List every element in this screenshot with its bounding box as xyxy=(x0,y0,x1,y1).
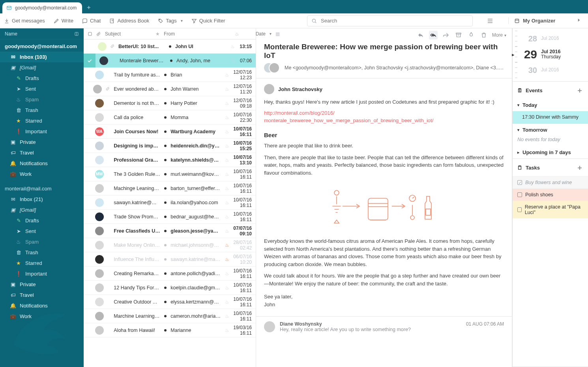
heat-icon: ♨ xyxy=(231,58,236,63)
quick-filter-button[interactable]: Quick Filter xyxy=(191,18,225,24)
write-button[interactable]: Write xyxy=(54,18,73,24)
message-row[interactable]: Ever wondered abou...John Warren♨12/07/1… xyxy=(84,82,256,96)
col-heat-icon[interactable]: ♨ xyxy=(235,31,239,37)
sidebar-drafts[interactable]: ✎Drafts xyxy=(0,73,84,84)
sidebar-gmail[interactable]: ▣ [Gmail] xyxy=(0,62,84,73)
cal-today[interactable]: ▸ 29 Jul 2016Thursday xyxy=(513,47,588,62)
sidebar-travel[interactable]: 🏷Travel xyxy=(0,147,84,158)
address-book-button[interactable]: Address Book xyxy=(109,18,149,24)
add-task-button[interactable]: ＋ xyxy=(576,163,583,172)
sidebar-spam[interactable]: ♨Spam xyxy=(0,94,84,105)
sidebar-trash[interactable]: 🗑Trash xyxy=(0,105,84,116)
sidebar-notifications[interactable]: 🔔Notifications xyxy=(0,158,84,169)
forward-button[interactable] xyxy=(442,31,450,39)
sidebar-drafts-2[interactable]: ✎Drafts xyxy=(0,215,84,226)
message-row[interactable]: Marchine Learning is ...cameron.mohr@ari… xyxy=(84,309,256,323)
message-row[interactable]: 12 Handy Tips For Gener...koelpin.claudi… xyxy=(84,281,256,295)
task-item[interactable]: Reserve a place at "Papa Luci" xyxy=(513,201,588,218)
reply-button[interactable] xyxy=(416,31,425,39)
task-checkbox[interactable]: ✓ xyxy=(517,180,522,185)
search-input[interactable] xyxy=(320,17,468,24)
more-menu[interactable]: More ▾ xyxy=(492,32,506,38)
body-link-1[interactable]: http://monterail.com/blog/2016/ xyxy=(264,110,335,116)
delete-button[interactable] xyxy=(479,31,488,39)
organizer-toggle[interactable] xyxy=(576,17,582,24)
message-row[interactable]: Monterale Breweree: H...Andy, John, me♨0… xyxy=(84,54,256,68)
message-row[interactable]: Professional Graphic De...katelynn.shiel… xyxy=(84,153,256,167)
message-row[interactable]: Make Money Online Thr...michael.johnsonn… xyxy=(84,238,256,252)
unread-dot xyxy=(164,272,167,275)
row-avatar xyxy=(95,142,104,150)
archive-button[interactable] xyxy=(454,31,463,39)
message-row[interactable]: Trail by furniture as...Brian♨12/07/16 1… xyxy=(84,68,256,82)
message-row[interactable]: Creative Outdoor Adselyssa.kertzmann@yah… xyxy=(84,295,256,309)
message-row[interactable]: Free Classfieds Using Th...gleason.jesse… xyxy=(84,224,256,238)
message-row[interactable]: Trade Show Promotionsbednar_august@hende… xyxy=(84,210,256,224)
row-checkbox[interactable] xyxy=(84,54,96,67)
row-date: 10/07/16 16:11 xyxy=(233,169,252,180)
message-row[interactable]: Machinge Leaning is ...barton_turner@eff… xyxy=(84,181,256,196)
sidebar-trash-2[interactable]: 🗑Trash xyxy=(0,247,84,258)
tags-menu[interactable]: Tags xyxy=(158,18,182,24)
col-select[interactable] xyxy=(88,32,92,36)
message-row[interactable]: WAJoin Courses Now!Wartburg Academy♨10/0… xyxy=(84,125,256,139)
col-star-icon[interactable]: ★ xyxy=(155,31,160,37)
task-item[interactable]: Polish shoes xyxy=(513,188,588,201)
row-subject: Trail by furniture as... xyxy=(114,72,160,78)
sidebar-sent-2[interactable]: ➤Sent xyxy=(0,226,84,237)
row-avatar xyxy=(95,298,104,306)
today-toggle[interactable]: ▾Today xyxy=(513,99,588,111)
col-attach-icon[interactable] xyxy=(96,32,101,36)
sidebar-gmail-2[interactable]: ▣[Gmail] xyxy=(0,205,84,215)
new-tab-button[interactable] xyxy=(85,4,92,11)
col-from[interactable]: From xyxy=(164,31,231,37)
message-row[interactable]: sawayn.katrine@manley...ila.nolan@yahoo.… xyxy=(84,196,256,210)
message-row[interactable]: Call da policeMomma♨10/07/16 22:30 xyxy=(84,110,256,125)
junk-button[interactable] xyxy=(467,31,476,39)
message-row[interactable]: Influence The Influence...sawayn.katrine… xyxy=(84,252,256,266)
task-checkbox[interactable] xyxy=(517,192,522,197)
sidebar-columns-icon[interactable] xyxy=(74,32,79,36)
sidebar-sent[interactable]: ➤Sent xyxy=(0,84,84,94)
sidebar-travel-2[interactable]: 🏷Travel xyxy=(0,290,84,300)
app-menu-button[interactable] xyxy=(485,16,495,26)
row-date: 10/07/16 16:11 xyxy=(233,126,252,137)
sidebar-starred-2[interactable]: ★Starred xyxy=(0,258,84,268)
today-event[interactable]: 17:30 Dinner with Sammy xyxy=(513,111,588,124)
sidebar-private-2[interactable]: ▣Private xyxy=(0,279,84,290)
message-row[interactable]: Creating Remarkable Po...antone.pollich@… xyxy=(84,266,256,281)
task-checkbox[interactable] xyxy=(517,207,522,212)
message-row[interactable]: BetterUI: 10 list...John UI♨13:15 xyxy=(84,39,256,54)
task-item[interactable]: ✓Buy flowers and wine xyxy=(513,176,588,188)
message-row[interactable]: MWThe 3 Golden Rules Proff...murl.weiman… xyxy=(84,167,256,181)
chat-button[interactable]: Chat xyxy=(82,18,101,24)
sidebar-starred[interactable]: ★Starred xyxy=(0,116,84,126)
col-subject[interactable]: Subject xyxy=(105,31,152,37)
search-field[interactable] xyxy=(307,15,473,26)
add-event-button[interactable]: ＋ xyxy=(576,86,583,95)
message-row[interactable]: Designing is importantheidenreich.din@ya… xyxy=(84,139,256,153)
sidebar-inbox[interactable]: ✉ Inbox (103) xyxy=(0,52,84,62)
tomorrow-toggle[interactable]: ▾Tomorrow xyxy=(513,124,588,136)
tab-account[interactable]: goodymoody@monterail.com xyxy=(2,2,82,13)
get-messages-button[interactable]: Get messages xyxy=(4,18,45,24)
sidebar-notifications-2[interactable]: 🔔Notifications xyxy=(0,300,84,311)
sidebar-inbox-2[interactable]: ✉Inbox (21) xyxy=(0,194,84,205)
message-row[interactable]: Dementor is not that badHarry Potter♨12/… xyxy=(84,96,256,110)
row-from: bednar_august@henderso... xyxy=(170,214,221,220)
row-from: antone.pollich@yadira.io xyxy=(170,271,221,276)
sidebar-private[interactable]: ▣Private xyxy=(0,137,84,147)
sidebar-work-2[interactable]: 💼Work xyxy=(0,311,84,322)
sidebar-spam-2[interactable]: ♨Spam xyxy=(0,237,84,247)
reply-all-button[interactable] xyxy=(429,31,438,39)
sidebar-important[interactable]: ❗Important xyxy=(0,126,84,137)
sidebar-work[interactable]: 💼Work xyxy=(0,169,84,179)
row-subject: Ever wondered abou... xyxy=(114,86,160,92)
message-row[interactable]: Aloha from Hawaii!Marianne♨19/03/16 16:1… xyxy=(84,323,256,337)
sidebar-important-2[interactable]: ❗Important xyxy=(0,268,84,279)
account-header-2[interactable]: monterail@mail.com xyxy=(0,179,84,194)
account-header[interactable]: goodymoody@monterail.com xyxy=(0,39,84,52)
body-link-2[interactable]: monterale_breweree_how_we_merge_passion_… xyxy=(264,117,433,123)
row-date: 19/03/16 16:11 xyxy=(233,325,252,336)
upcoming-toggle[interactable]: ▸Upcoming in 7 days xyxy=(513,146,588,158)
